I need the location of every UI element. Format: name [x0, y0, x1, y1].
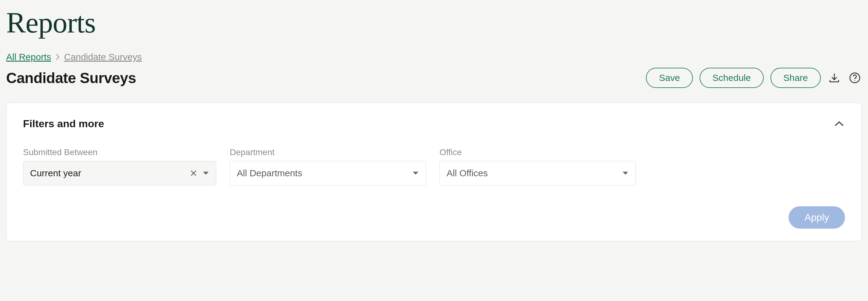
select-icons: [190, 170, 209, 176]
filter-label-submitted-between: Submitted Between: [23, 147, 216, 157]
office-value: All Offices: [446, 168, 488, 178]
caret-down-icon: [622, 171, 629, 175]
svg-marker-6: [413, 172, 418, 175]
filter-submitted-between: Submitted Between Current year: [23, 147, 216, 186]
submitted-between-select[interactable]: Current year: [23, 161, 216, 186]
department-value: All Departments: [237, 168, 302, 178]
report-title: Candidate Surveys: [6, 70, 136, 87]
svg-point-1: [850, 73, 860, 83]
department-select[interactable]: All Departments: [230, 161, 426, 186]
svg-marker-5: [203, 172, 209, 175]
filters-header: Filters and more: [23, 118, 845, 130]
caret-down-icon: [412, 171, 419, 175]
breadcrumb-root-link[interactable]: All Reports: [6, 52, 51, 62]
caret-down-icon: [203, 171, 209, 175]
apply-button[interactable]: Apply: [788, 206, 845, 229]
chevron-up-icon[interactable]: [833, 120, 845, 128]
filters-title: Filters and more: [23, 118, 104, 130]
filter-label-department: Department: [230, 147, 426, 157]
schedule-button[interactable]: Schedule: [700, 68, 764, 88]
svg-marker-7: [623, 172, 628, 175]
office-select[interactable]: All Offices: [439, 161, 636, 186]
report-header: Candidate Surveys Save Schedule Share: [6, 68, 862, 88]
filters-footer: Apply: [23, 206, 845, 229]
header-actions: Save Schedule Share: [646, 68, 862, 88]
clear-icon[interactable]: [190, 170, 197, 176]
save-button[interactable]: Save: [646, 68, 692, 88]
breadcrumb: All Reports Candidate Surveys: [6, 52, 862, 62]
filter-department: Department All Departments: [230, 147, 426, 186]
select-icons: [622, 171, 629, 175]
svg-point-2: [855, 80, 855, 81]
download-button[interactable]: [828, 71, 841, 85]
filters-row: Submitted Between Current year: [23, 147, 845, 186]
select-icons: [412, 171, 419, 175]
breadcrumb-current: Candidate Surveys: [64, 52, 142, 62]
filter-office: Office All Offices: [439, 147, 636, 186]
download-icon: [829, 72, 840, 83]
share-button[interactable]: Share: [771, 68, 821, 88]
filter-label-office: Office: [439, 147, 636, 157]
help-button[interactable]: [848, 71, 862, 85]
chevron-right-icon: [55, 53, 60, 61]
filters-panel: Filters and more Submitted Between Curre…: [6, 103, 862, 241]
help-icon: [849, 72, 861, 84]
submitted-between-value: Current year: [30, 168, 81, 178]
page-title: Reports: [6, 5, 862, 39]
